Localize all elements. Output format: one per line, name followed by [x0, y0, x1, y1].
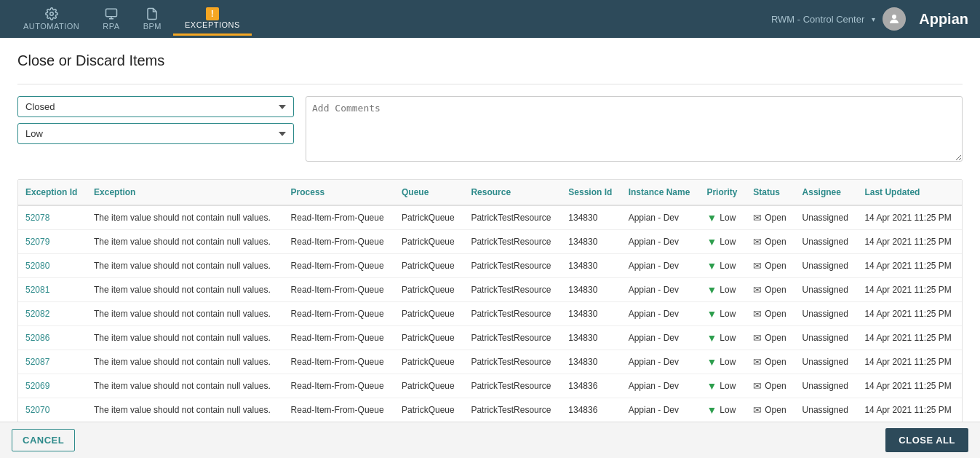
cell-process: Read-Item-From-Queue: [284, 205, 394, 230]
col-exception-id: Exception Id: [18, 180, 87, 205]
cell-status: ✉ Open: [746, 374, 794, 398]
table-row: 52082 The item value should not contain …: [18, 302, 962, 326]
cell-exception-id[interactable]: 52078: [18, 205, 87, 230]
priority-arrow-icon: ▼: [706, 356, 717, 368]
open-envelope-icon: ✉: [753, 260, 762, 272]
cell-priority: ▼ Low: [699, 350, 746, 374]
status-value: Open: [765, 357, 786, 367]
priority-value: Low: [720, 213, 736, 223]
status-value: Open: [765, 285, 786, 295]
priority-value: Low: [720, 405, 736, 415]
cell-queue: PatrickQueue: [394, 398, 463, 422]
cell-session-id: 134830: [561, 302, 621, 326]
cell-exception: The item value should not contain null v…: [87, 398, 284, 422]
form-section: Closed Discarded Low Medium High: [17, 96, 963, 162]
main-content: Close or Discard Items Closed Discarded …: [0, 38, 980, 458]
cell-resource: PatrickTestResource: [463, 230, 561, 254]
nav-automation-label: AUTOMATION: [23, 22, 79, 31]
cell-exception-id[interactable]: 52086: [18, 326, 87, 350]
nav-automation[interactable]: AUTOMATION: [12, 3, 91, 35]
cell-exception-id[interactable]: 52079: [18, 230, 87, 254]
priority-value: Low: [720, 381, 736, 391]
cell-assignee: Unassigned: [795, 230, 858, 254]
cell-process: Read-Item-From-Queue: [284, 230, 394, 254]
cell-priority: ▼ Low: [699, 205, 746, 230]
cell-status: ✉ Open: [746, 205, 794, 230]
status-value: Open: [765, 261, 786, 271]
comments-textarea[interactable]: [306, 96, 963, 162]
table-header-row: Exception Id Exception Process Queue Res…: [18, 180, 962, 205]
nav-exceptions-label: EXCEPTIONS: [185, 20, 240, 29]
cell-assignee: Unassigned: [795, 350, 858, 374]
priority-value: Low: [720, 261, 736, 271]
cell-session-id: 134830: [561, 254, 621, 278]
status-value: Open: [765, 381, 786, 391]
cell-priority: ▼ Low: [699, 230, 746, 254]
close-all-button[interactable]: CLOSE ALL: [885, 428, 968, 452]
open-envelope-icon: ✉: [753, 212, 762, 224]
svg-point-4: [892, 15, 896, 19]
cell-last-updated: 14 Apr 2021 11:25 PM: [857, 350, 962, 374]
cell-queue: PatrickQueue: [394, 278, 463, 302]
nav-exceptions[interactable]: ! EXCEPTIONS: [173, 3, 252, 36]
cell-session-id: 134830: [561, 230, 621, 254]
cell-queue: PatrickQueue: [394, 374, 463, 398]
chevron-down-icon[interactable]: ▾: [872, 15, 875, 23]
nav-bpm[interactable]: BPM: [132, 3, 173, 35]
cell-last-updated: 14 Apr 2021 11:25 PM: [857, 326, 962, 350]
cell-last-updated: 14 Apr 2021 11:25 PM: [857, 374, 962, 398]
cell-process: Read-Item-From-Queue: [284, 278, 394, 302]
cell-exception-id[interactable]: 52069: [18, 374, 87, 398]
cell-session-id: 134830: [561, 278, 621, 302]
cell-status: ✉ Open: [746, 278, 794, 302]
priority-arrow-icon: ▼: [706, 212, 717, 224]
cell-session-id: 134830: [561, 326, 621, 350]
cell-exception-id[interactable]: 52082: [18, 302, 87, 326]
cell-queue: PatrickQueue: [394, 302, 463, 326]
nav-right: RWM - Control Center ▾ Appian: [771, 7, 968, 31]
cell-resource: PatrickTestResource: [463, 278, 561, 302]
col-process: Process: [284, 180, 394, 205]
nav-rpa-label: RPA: [103, 22, 119, 31]
priority-select[interactable]: Low Medium High: [17, 123, 294, 144]
col-resource: Resource: [463, 180, 561, 205]
cell-assignee: Unassigned: [795, 254, 858, 278]
cell-exception-id[interactable]: 52070: [18, 398, 87, 422]
cell-assignee: Unassigned: [795, 398, 858, 422]
cell-instance-name: Appian - Dev: [621, 302, 700, 326]
cell-exception-id[interactable]: 52081: [18, 278, 87, 302]
table-row: 52069 The item value should not contain …: [18, 374, 962, 398]
cell-status: ✉ Open: [746, 254, 794, 278]
cell-exception: The item value should not contain null v…: [87, 254, 284, 278]
cell-last-updated: 14 Apr 2021 11:25 PM: [857, 302, 962, 326]
priority-arrow-icon: ▼: [706, 308, 717, 320]
open-envelope-icon: ✉: [753, 356, 762, 368]
cell-resource: PatrickTestResource: [463, 205, 561, 230]
cell-exception: The item value should not contain null v…: [87, 374, 284, 398]
cell-queue: PatrickQueue: [394, 205, 463, 230]
nav-items: AUTOMATION RPA BPM ! EXCEPTIONS: [12, 3, 771, 36]
status-select[interactable]: Closed Discarded: [17, 96, 294, 117]
col-assignee: Assignee: [795, 180, 858, 205]
priority-value: Low: [720, 333, 736, 343]
cell-assignee: Unassigned: [795, 205, 858, 230]
cancel-button[interactable]: CANCEL: [12, 429, 75, 451]
priority-arrow-icon: ▼: [706, 404, 717, 416]
cell-instance-name: Appian - Dev: [621, 398, 700, 422]
avatar[interactable]: [883, 7, 906, 31]
cell-status: ✉ Open: [746, 326, 794, 350]
cell-last-updated: 14 Apr 2021 11:25 PM: [857, 398, 962, 422]
cell-process: Read-Item-From-Queue: [284, 302, 394, 326]
cell-queue: PatrickQueue: [394, 350, 463, 374]
col-session-id: Session Id: [561, 180, 621, 205]
cell-exception-id[interactable]: 52087: [18, 350, 87, 374]
cell-exception-id[interactable]: 52080: [18, 254, 87, 278]
cell-queue: PatrickQueue: [394, 254, 463, 278]
nav-rpa[interactable]: RPA: [91, 3, 131, 35]
cell-exception: The item value should not contain null v…: [87, 230, 284, 254]
cell-assignee: Unassigned: [795, 374, 858, 398]
cell-instance-name: Appian - Dev: [621, 350, 700, 374]
cell-session-id: 134830: [561, 350, 621, 374]
table-row: 52081 The item value should not contain …: [18, 278, 962, 302]
control-center-label[interactable]: RWM - Control Center: [771, 14, 864, 25]
